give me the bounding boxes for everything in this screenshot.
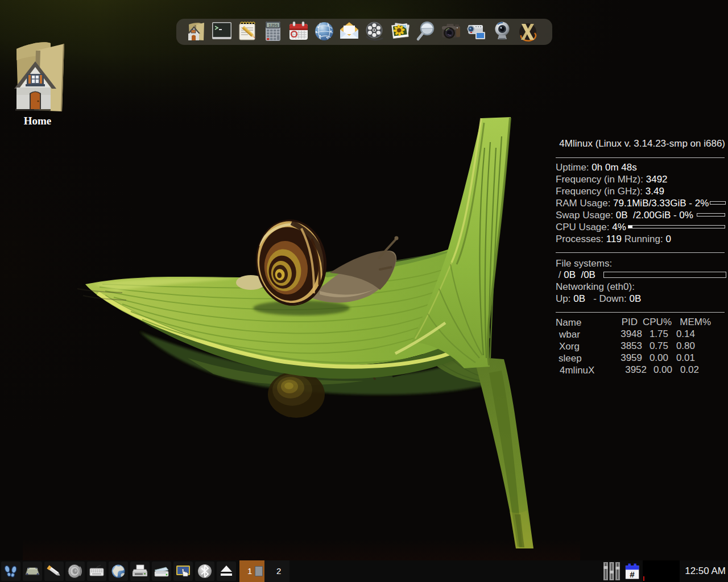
svg-text:125G: 125G [268,23,278,28]
svg-text:#: # [630,569,635,579]
